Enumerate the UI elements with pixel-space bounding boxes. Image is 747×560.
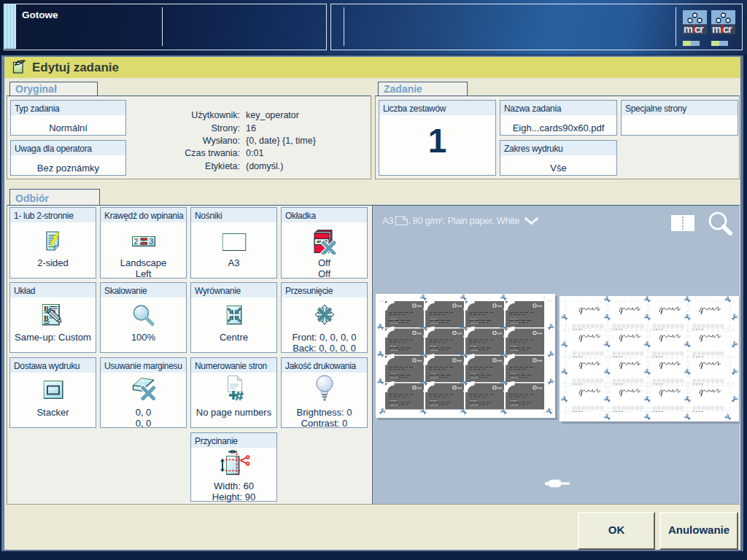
svg-text:B: B bbox=[44, 314, 49, 322]
svg-text:3: 3 bbox=[149, 237, 153, 246]
svg-text:2: 2 bbox=[133, 237, 138, 246]
